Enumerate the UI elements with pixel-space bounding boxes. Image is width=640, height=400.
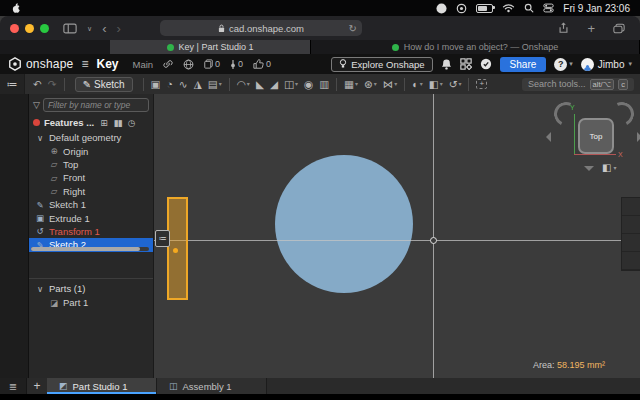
panel-horizontal-scrollbar[interactable]	[31, 247, 149, 251]
selected-feature-menu-button[interactable]: ≔	[155, 230, 170, 247]
sidebar-chevron-icon[interactable]: ∨	[87, 25, 92, 32]
user-menu[interactable]: Jimbo ▾	[581, 58, 632, 71]
chevron-down-icon: ▾	[440, 81, 443, 87]
right-panel-tabs	[621, 197, 640, 271]
new-tab-icon[interactable]: +	[587, 22, 595, 35]
share-icon[interactable]	[558, 22, 569, 34]
rectangle-center-point[interactable]	[173, 248, 178, 253]
app-store-icon[interactable]	[460, 58, 472, 70]
view-options-button[interactable]: ◧ ▾	[602, 162, 616, 173]
onshape-header: onshape ≡ Key Main 0 0 0 Explore Onshape	[0, 54, 640, 74]
menubar-status: Fri 9 Jan 23:06	[436, 2, 630, 14]
zoom-window-button[interactable]	[40, 24, 49, 33]
minimize-window-button[interactable]	[25, 24, 34, 33]
chevron-down-icon: ▾	[247, 81, 250, 87]
tool-glyph: ◣	[256, 79, 264, 90]
vertical-axis-line	[433, 94, 434, 378]
document-menu-icon[interactable]: ≡	[81, 57, 88, 71]
copies-count[interactable]: 0	[204, 59, 220, 69]
battery-icon[interactable]	[476, 4, 493, 13]
version-label[interactable]: Main	[132, 59, 153, 70]
origin-marker[interactable]	[430, 237, 437, 244]
feature-panel: ▽ Filter by name or type Features ... ⊞ …	[29, 94, 154, 378]
parts-header[interactable]: ∨ Parts (1)	[29, 282, 153, 295]
explore-label: Explore Onshape	[351, 59, 424, 70]
selected-sketch-rectangle[interactable]	[167, 197, 188, 300]
view-cube-face-top[interactable]: Top	[578, 118, 614, 154]
filter-input[interactable]: Filter by name or type	[43, 98, 149, 112]
tool-glyph: ◧	[429, 79, 439, 90]
control-center-icon[interactable]	[543, 2, 554, 14]
reload-icon[interactable]: ↻	[349, 23, 357, 34]
app-badge-icon[interactable]	[436, 2, 447, 14]
feedback-icon[interactable]	[480, 58, 492, 70]
explore-onshape-button[interactable]: Explore Onshape	[331, 57, 432, 72]
tree-item-icon: ↺	[35, 226, 45, 236]
chevron-down-icon: ▾	[394, 81, 397, 87]
tree-item-icon: ⊕	[49, 146, 59, 156]
tool-glyph: ◫	[284, 79, 294, 90]
suppress-icon[interactable]: ▮▮	[114, 118, 122, 128]
measurement-bar: Area: 58.195 mm²	[533, 360, 632, 370]
tool-glyph: ⊛	[364, 79, 373, 90]
link-icon[interactable]	[163, 59, 173, 69]
tab-overview-icon[interactable]	[613, 23, 625, 34]
menubar-clock[interactable]: Fri 9 Jan 23:06	[563, 3, 630, 14]
sketch-button[interactable]: ✎ Sketch	[75, 77, 133, 92]
lock-icon	[218, 24, 225, 33]
tree-item-label: Top	[63, 159, 78, 170]
sketch-circle[interactable]	[275, 155, 413, 293]
document-title: Key	[96, 57, 118, 71]
sidebar-toggle-icon[interactable]	[63, 23, 77, 34]
tab-manager-icon[interactable]: ≣	[0, 378, 27, 394]
features-header: Features ... ⊞ ▮▮ ◷	[29, 114, 153, 131]
y-axis-line	[574, 114, 575, 154]
main-area: ▽ Filter by name or type Features ... ⊞ …	[0, 94, 640, 378]
tool-glyph: ∿	[179, 79, 188, 90]
share-button[interactable]: Share	[500, 57, 547, 72]
spotlight-icon[interactable]	[524, 2, 534, 14]
copies-count-value: 0	[215, 59, 220, 69]
rollback-icon[interactable]: ◷	[128, 118, 136, 128]
back-button[interactable]: ‹	[102, 22, 106, 35]
graphics-canvas[interactable]: ≔ Y X Top ◧ ▾	[154, 94, 640, 378]
x-axis-label: X	[618, 151, 623, 158]
chevron-down-icon: ▾	[628, 60, 632, 68]
globe-icon[interactable]	[183, 59, 194, 70]
features-title: Features ...	[44, 117, 94, 128]
redo-button[interactable]: ↷	[45, 79, 60, 90]
notifications-icon[interactable]	[441, 58, 452, 70]
versions-count[interactable]: 0	[230, 59, 243, 70]
feature-tree: ∨ Default geometry ⊕ Origin ▱ Top ▱ Fron…	[29, 131, 153, 252]
likes-count[interactable]: 0	[253, 59, 271, 69]
forward-button[interactable]: ›	[116, 22, 120, 35]
rotate-west-arrow[interactable]	[546, 132, 551, 142]
macos-menubar: Fri 9 Jan 23:06	[0, 0, 640, 16]
x-axis-line	[574, 154, 616, 155]
create-folder-icon[interactable]: ⊞	[100, 118, 108, 128]
chevron-down-icon: ▾	[613, 164, 616, 171]
rotate-left-arrow[interactable]	[551, 99, 582, 130]
apple-menu-icon[interactable]	[10, 2, 21, 14]
rotate-south-arrow[interactable]	[584, 166, 594, 171]
tree-item-icon: ▱	[49, 186, 59, 196]
address-bar[interactable]: cad.onshape.com ↻	[160, 20, 362, 36]
feature-list-toggle[interactable]: ≔	[0, 74, 25, 94]
undo-button[interactable]: ↶	[30, 79, 45, 90]
chevron-down-icon: ▾	[420, 81, 423, 87]
add-tab-button[interactable]: +	[27, 379, 47, 393]
tree-item-icon: ∨	[35, 133, 45, 143]
help-menu[interactable]: ? ▾	[554, 58, 573, 71]
onshape-logo[interactable]	[8, 57, 22, 71]
part-label: Part 1	[63, 297, 88, 308]
toolbar-separator	[64, 78, 65, 91]
tool-glyph: ◔	[167, 79, 173, 90]
close-window-button[interactable]	[10, 24, 19, 33]
wifi-icon[interactable]	[502, 2, 515, 14]
area-value: 58.195 mm²	[557, 360, 605, 370]
record-indicator-icon[interactable]	[456, 2, 467, 14]
tool-glyph: ◢	[270, 79, 278, 90]
tool-glyph: ▥	[319, 79, 329, 90]
view-cube[interactable]: Y X Top ◧ ▾	[546, 100, 640, 188]
search-tools-input[interactable]: Search tools... alt/⌥ c	[522, 78, 634, 91]
